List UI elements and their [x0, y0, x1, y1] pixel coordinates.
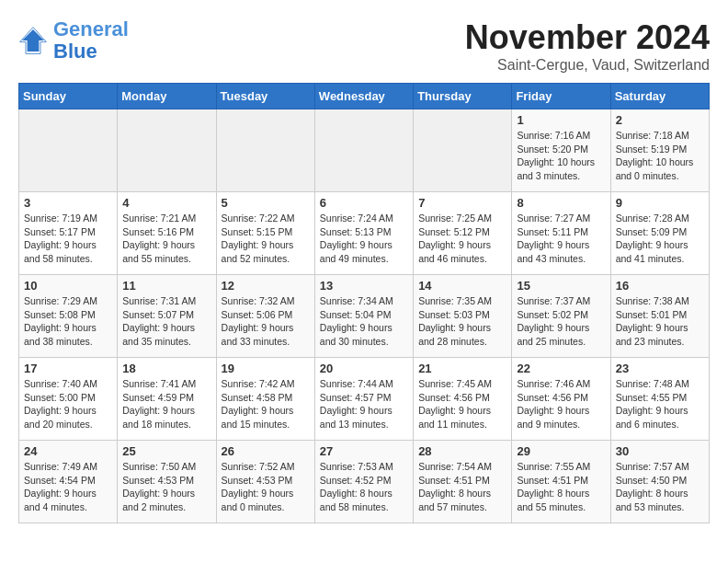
calendar-header-row: SundayMondayTuesdayWednesdayThursdayFrid… [19, 84, 710, 109]
logo-blue: Blue [53, 40, 97, 63]
logo-general: General [53, 17, 129, 40]
day-number: 13 [320, 279, 408, 293]
day-info: Sunrise: 7:40 AM Sunset: 5:00 PM Dayligh… [24, 377, 112, 431]
calendar-cell: 21Sunrise: 7:45 AM Sunset: 4:56 PM Dayli… [414, 358, 512, 441]
day-number: 15 [517, 279, 605, 293]
day-info: Sunrise: 7:29 AM Sunset: 5:08 PM Dayligh… [24, 294, 112, 349]
day-number: 3 [24, 196, 112, 210]
calendar-cell [19, 109, 118, 192]
calendar-cell: 14Sunrise: 7:35 AM Sunset: 5:03 PM Dayli… [414, 275, 512, 358]
calendar-cell: 4Sunrise: 7:21 AM Sunset: 5:16 PM Daylig… [118, 192, 216, 275]
day-info: Sunrise: 7:25 AM Sunset: 5:12 PM Dayligh… [418, 212, 506, 266]
calendar-cell: 26Sunrise: 7:52 AM Sunset: 4:53 PM Dayli… [216, 441, 314, 523]
day-number: 23 [616, 362, 704, 375]
page-header: General Blue November 2024 Saint-Cergue,… [18, 18, 710, 74]
calendar-cell: 9Sunrise: 7:28 AM Sunset: 5:09 PM Daylig… [610, 192, 709, 275]
weekday-header: Monday [118, 84, 216, 109]
calendar-cell: 2Sunrise: 7:18 AM Sunset: 5:19 PM Daylig… [610, 109, 709, 192]
calendar-cell [118, 109, 216, 192]
day-info: Sunrise: 7:24 AM Sunset: 5:13 PM Dayligh… [320, 212, 408, 266]
calendar-cell: 1Sunrise: 7:16 AM Sunset: 5:20 PM Daylig… [512, 109, 610, 192]
day-number: 30 [616, 444, 704, 458]
day-info: Sunrise: 7:19 AM Sunset: 5:17 PM Dayligh… [24, 212, 112, 266]
day-number: 19 [222, 362, 310, 375]
day-info: Sunrise: 7:31 AM Sunset: 5:07 PM Dayligh… [122, 294, 210, 349]
day-number: 8 [517, 196, 605, 210]
day-info: Sunrise: 7:42 AM Sunset: 4:58 PM Dayligh… [222, 377, 310, 431]
day-info: Sunrise: 7:18 AM Sunset: 5:19 PM Dayligh… [616, 129, 704, 183]
location: Saint-Cergue, Vaud, Switzerland [465, 57, 710, 74]
day-number: 6 [320, 196, 408, 210]
day-info: Sunrise: 7:16 AM Sunset: 5:20 PM Dayligh… [517, 129, 605, 183]
calendar-week-row: 10Sunrise: 7:29 AM Sunset: 5:08 PM Dayli… [19, 275, 710, 358]
day-number: 20 [320, 362, 408, 375]
calendar-cell: 11Sunrise: 7:31 AM Sunset: 5:07 PM Dayli… [118, 275, 216, 358]
calendar-cell: 22Sunrise: 7:46 AM Sunset: 4:56 PM Dayli… [512, 358, 610, 441]
day-info: Sunrise: 7:41 AM Sunset: 4:59 PM Dayligh… [122, 377, 210, 431]
day-info: Sunrise: 7:50 AM Sunset: 4:53 PM Dayligh… [122, 460, 210, 514]
day-number: 29 [517, 444, 605, 458]
calendar-cell: 28Sunrise: 7:54 AM Sunset: 4:51 PM Dayli… [414, 441, 512, 523]
calendar-cell: 10Sunrise: 7:29 AM Sunset: 5:08 PM Dayli… [19, 275, 118, 358]
day-number: 14 [418, 279, 506, 293]
logo-text: General Blue [53, 18, 129, 63]
day-number: 7 [418, 196, 506, 210]
calendar-cell: 6Sunrise: 7:24 AM Sunset: 5:13 PM Daylig… [314, 192, 413, 275]
day-info: Sunrise: 7:44 AM Sunset: 4:57 PM Dayligh… [320, 377, 408, 431]
day-info: Sunrise: 7:55 AM Sunset: 4:51 PM Dayligh… [517, 460, 605, 514]
calendar-cell: 7Sunrise: 7:25 AM Sunset: 5:12 PM Daylig… [414, 192, 512, 275]
calendar-cell: 12Sunrise: 7:32 AM Sunset: 5:06 PM Dayli… [216, 275, 314, 358]
calendar-cell: 3Sunrise: 7:19 AM Sunset: 5:17 PM Daylig… [19, 192, 118, 275]
calendar-week-row: 24Sunrise: 7:49 AM Sunset: 4:54 PM Dayli… [19, 441, 710, 523]
day-number: 27 [320, 444, 408, 458]
calendar-cell [414, 109, 512, 192]
weekday-header: Thursday [414, 84, 512, 109]
day-number: 2 [616, 113, 704, 127]
day-info: Sunrise: 7:46 AM Sunset: 4:56 PM Dayligh… [517, 377, 605, 431]
calendar-cell [314, 109, 413, 192]
day-number: 18 [122, 362, 210, 375]
day-info: Sunrise: 7:38 AM Sunset: 5:01 PM Dayligh… [616, 294, 704, 349]
day-number: 4 [122, 196, 210, 210]
day-info: Sunrise: 7:53 AM Sunset: 4:52 PM Dayligh… [320, 460, 408, 514]
day-info: Sunrise: 7:27 AM Sunset: 5:11 PM Dayligh… [517, 212, 605, 266]
calendar-cell: 24Sunrise: 7:49 AM Sunset: 4:54 PM Dayli… [19, 441, 118, 523]
day-number: 10 [24, 279, 112, 293]
day-info: Sunrise: 7:37 AM Sunset: 5:02 PM Dayligh… [517, 294, 605, 349]
calendar-cell: 30Sunrise: 7:57 AM Sunset: 4:50 PM Dayli… [610, 441, 709, 523]
calendar-cell: 25Sunrise: 7:50 AM Sunset: 4:53 PM Dayli… [118, 441, 216, 523]
day-number: 17 [24, 362, 112, 375]
calendar-cell: 8Sunrise: 7:27 AM Sunset: 5:11 PM Daylig… [512, 192, 610, 275]
day-number: 21 [418, 362, 506, 375]
day-number: 1 [517, 113, 605, 127]
weekday-header: Friday [512, 84, 610, 109]
day-number: 5 [222, 196, 310, 210]
calendar-cell [216, 109, 314, 192]
day-info: Sunrise: 7:35 AM Sunset: 5:03 PM Dayligh… [418, 294, 506, 349]
calendar-week-row: 1Sunrise: 7:16 AM Sunset: 5:20 PM Daylig… [19, 109, 710, 192]
calendar-cell: 19Sunrise: 7:42 AM Sunset: 4:58 PM Dayli… [216, 358, 314, 441]
calendar-week-row: 17Sunrise: 7:40 AM Sunset: 5:00 PM Dayli… [19, 358, 710, 441]
calendar-table: SundayMondayTuesdayWednesdayThursdayFrid… [18, 83, 710, 523]
day-info: Sunrise: 7:45 AM Sunset: 4:56 PM Dayligh… [418, 377, 506, 431]
day-info: Sunrise: 7:28 AM Sunset: 5:09 PM Dayligh… [616, 212, 704, 266]
title-block: November 2024 Saint-Cergue, Vaud, Switze… [465, 18, 710, 74]
day-number: 26 [222, 444, 310, 458]
day-number: 16 [616, 279, 704, 293]
day-info: Sunrise: 7:57 AM Sunset: 4:50 PM Dayligh… [616, 460, 704, 514]
weekday-header: Wednesday [314, 84, 413, 109]
day-number: 12 [222, 279, 310, 293]
weekday-header: Sunday [19, 84, 118, 109]
day-info: Sunrise: 7:54 AM Sunset: 4:51 PM Dayligh… [418, 460, 506, 514]
weekday-header: Tuesday [216, 84, 314, 109]
calendar-cell: 16Sunrise: 7:38 AM Sunset: 5:01 PM Dayli… [610, 275, 709, 358]
calendar-cell: 5Sunrise: 7:22 AM Sunset: 5:15 PM Daylig… [216, 192, 314, 275]
calendar-cell: 13Sunrise: 7:34 AM Sunset: 5:04 PM Dayli… [314, 275, 413, 358]
month-title: November 2024 [465, 18, 710, 57]
day-info: Sunrise: 7:22 AM Sunset: 5:15 PM Dayligh… [222, 212, 310, 266]
calendar-cell: 15Sunrise: 7:37 AM Sunset: 5:02 PM Dayli… [512, 275, 610, 358]
day-number: 11 [122, 279, 210, 293]
day-info: Sunrise: 7:32 AM Sunset: 5:06 PM Dayligh… [222, 294, 310, 349]
weekday-header: Saturday [610, 84, 709, 109]
day-info: Sunrise: 7:48 AM Sunset: 4:55 PM Dayligh… [616, 377, 704, 431]
